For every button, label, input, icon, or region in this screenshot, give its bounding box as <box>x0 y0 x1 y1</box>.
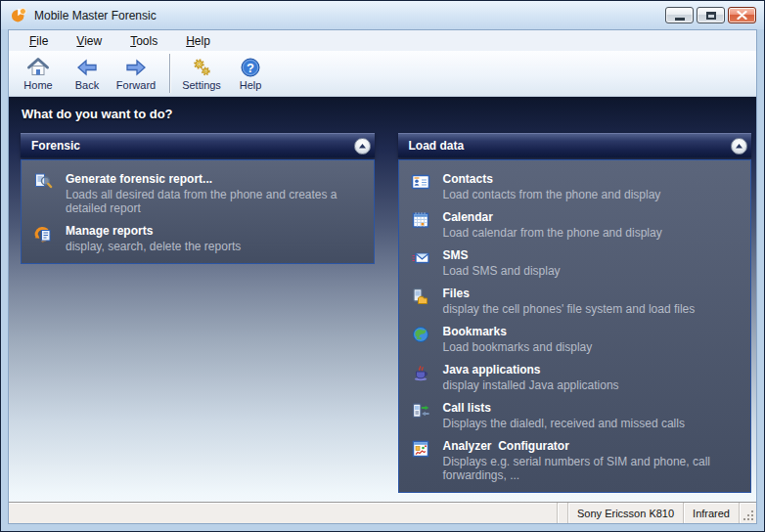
item-title[interactable]: Generate forensic report... <box>66 172 366 187</box>
item-text: BookmarksLoad bookmarks and display <box>443 325 593 354</box>
item-description: Displays e.g. serial numbers of SIM and … <box>443 455 743 482</box>
item-text: Java applicationsdisplay installed Java … <box>443 363 619 392</box>
panel-body: ContactsLoad contacts from the phone and… <box>398 159 752 493</box>
panel-forensic: ForensicGenerate forensic report...Loads… <box>21 133 375 264</box>
item-title[interactable]: Bookmarks <box>443 325 593 339</box>
item-text: Generate forensic report...Loads all des… <box>66 172 366 215</box>
settings-gears-icon <box>190 56 213 79</box>
item-description: display the cell phones' file system and… <box>443 302 696 316</box>
calendar-icon <box>411 210 430 230</box>
toolbar: HomeBackForwardSettings?Help <box>9 51 756 97</box>
panel-load-data: Load dataContactsLoad contacts from the … <box>398 133 752 493</box>
item-title[interactable]: Contacts <box>443 172 661 187</box>
toolbar-button-help[interactable]: ?Help <box>226 55 275 93</box>
panel-header: Forensic <box>21 133 375 157</box>
toolbar-button-label: Home <box>23 79 52 91</box>
resize-grip[interactable] <box>739 503 756 523</box>
item-title[interactable]: Analyzer Configurator <box>443 439 743 454</box>
java-icon <box>411 363 430 382</box>
window-controls <box>665 7 756 23</box>
menu-item-tools[interactable]: Tools <box>122 32 165 50</box>
item-description: Load calendar from the phone and display <box>443 226 662 240</box>
item-call-lists[interactable]: Call listsDisplays the dialedl, received… <box>411 401 743 430</box>
item-java-applications[interactable]: Java applicationsdisplay installed Java … <box>411 363 743 392</box>
item-description: Load SMS and display <box>443 264 561 278</box>
item-files[interactable]: Filesdisplay the cell phones' file syste… <box>411 287 743 316</box>
item-title[interactable]: Call lists <box>443 401 685 416</box>
menu-item-file[interactable]: File <box>22 32 56 50</box>
call-lists-icon <box>411 401 430 421</box>
item-generate-forensic-report[interactable]: Generate forensic report...Loads all des… <box>33 172 366 215</box>
item-title[interactable]: SMS <box>443 248 561 263</box>
mobile-master-logo-icon <box>11 7 27 23</box>
bookmarks-icon <box>411 325 430 344</box>
analyzer-icon <box>411 439 430 459</box>
main-content: What do you want to do? ForensicGenerate… <box>9 97 756 502</box>
back-arrow-icon <box>75 56 99 79</box>
status-spacer <box>9 503 557 523</box>
item-title[interactable]: Files <box>443 287 696 301</box>
item-text: Manage reportsdisplay, search, delete th… <box>66 224 241 253</box>
contacts-icon <box>411 172 430 192</box>
item-text: Call listsDisplays the dialedl, received… <box>443 401 685 430</box>
item-text: SMSLoad SMS and display <box>443 248 561 278</box>
title-bar: Mobile Master Forensic <box>1 1 764 29</box>
manage-reports-icon <box>33 224 53 244</box>
item-analyzer-configurator[interactable]: Analyzer ConfiguratorDisplays e.g. seria… <box>411 439 743 482</box>
sms-icon <box>411 248 430 268</box>
toolbar-button-label: Settings <box>182 79 221 91</box>
panel-body: Generate forensic report...Loads all des… <box>21 159 375 264</box>
item-bookmarks[interactable]: BookmarksLoad bookmarks and display <box>411 325 743 354</box>
item-description: Load contacts from the phone and display <box>443 188 661 201</box>
minimize-button[interactable] <box>665 7 694 23</box>
item-sms[interactable]: SMSLoad SMS and display <box>411 248 743 278</box>
panel-title: Forensic <box>31 139 80 153</box>
item-title[interactable]: Calendar <box>443 210 662 225</box>
toolbar-button-settings[interactable]: Settings <box>177 55 226 93</box>
panel-header: Load data <box>398 133 752 157</box>
item-text: CalendarLoad calendar from the phone and… <box>443 210 662 240</box>
item-description: display installed Java applications <box>443 378 619 392</box>
help-icon: ? <box>239 56 262 79</box>
collapse-panel-button[interactable] <box>354 138 371 155</box>
menu-item-view[interactable]: View <box>68 32 110 50</box>
item-description: Loads all desired data from the phone an… <box>66 188 366 215</box>
item-title[interactable]: Java applications <box>443 363 619 377</box>
toolbar-button-label: Help <box>240 79 262 91</box>
item-manage-reports[interactable]: Manage reportsdisplay, search, delete th… <box>33 224 366 253</box>
status-device: Sony Ericsson K810 <box>567 503 683 523</box>
window-title: Mobile Master Forensic <box>34 9 157 22</box>
item-description: display, search, delete the reports <box>66 240 241 253</box>
status-bar: Sony Ericsson K810 Infrared <box>9 502 756 523</box>
client-area: FileViewToolsHelp HomeBackForwardSetting… <box>8 29 757 524</box>
svg-text:?: ? <box>247 60 254 74</box>
window-frame-bottom <box>1 524 764 531</box>
status-connection: Infrared <box>683 503 739 523</box>
item-description: Displays the dialedl, received and misse… <box>443 417 685 430</box>
toolbar-button-back[interactable]: Back <box>63 55 112 93</box>
status-empty-cell <box>557 503 567 523</box>
forward-arrow-icon <box>124 56 148 79</box>
toolbar-button-label: Forward <box>116 79 156 91</box>
item-contacts[interactable]: ContactsLoad contacts from the phone and… <box>411 172 743 201</box>
panels: ForensicGenerate forensic report...Loads… <box>9 121 756 493</box>
files-icon <box>411 287 430 306</box>
toolbar-button-home[interactable]: Home <box>14 55 63 93</box>
maximize-button[interactable] <box>697 7 725 23</box>
toolbar-button-forward[interactable]: Forward <box>112 55 160 93</box>
menu-item-help[interactable]: Help <box>178 32 218 50</box>
item-text: Filesdisplay the cell phones' file syste… <box>443 287 696 316</box>
item-text: ContactsLoad contacts from the phone and… <box>443 172 661 201</box>
app-window: Mobile Master Forensic FileViewToolsHelp… <box>0 0 765 532</box>
home-icon <box>26 56 50 79</box>
toolbar-separator <box>169 54 170 93</box>
item-text: Analyzer ConfiguratorDisplays e.g. seria… <box>443 439 743 482</box>
collapse-panel-button[interactable] <box>731 138 747 155</box>
page-title: What do you want to do? <box>9 97 756 121</box>
panel-title: Load data <box>409 139 465 153</box>
item-calendar[interactable]: CalendarLoad calendar from the phone and… <box>411 210 743 240</box>
item-title[interactable]: Manage reports <box>66 224 241 239</box>
close-button[interactable] <box>728 7 756 23</box>
forensic-report-icon <box>33 172 53 192</box>
menu-bar: FileViewToolsHelp <box>9 30 756 51</box>
